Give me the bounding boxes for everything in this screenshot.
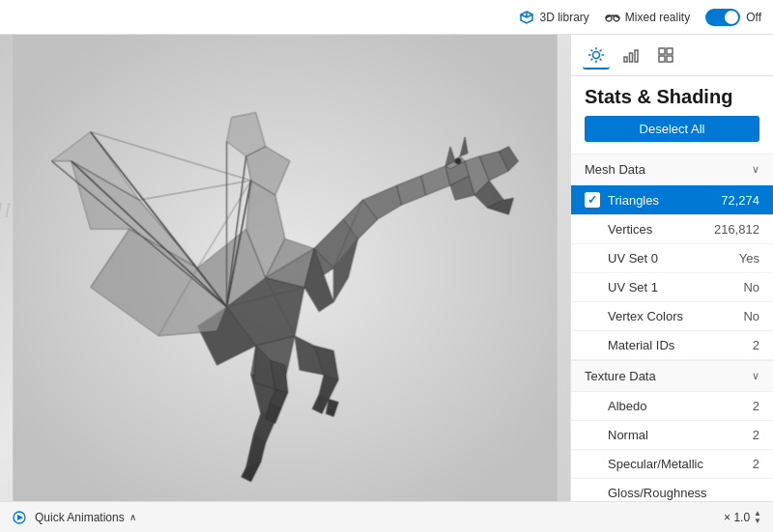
panel-title: Stats & Shading <box>571 76 773 116</box>
scale-arrows[interactable]: ▲ ▼ <box>754 510 761 525</box>
uv-set-0-label: UV Set 0 <box>585 251 739 266</box>
svg-rect-79 <box>624 57 627 62</box>
specular-metallic-label: Specular/Metallic <box>585 457 753 471</box>
quick-animations-label: Quick Animations <box>35 511 125 524</box>
vertex-colors-value: No <box>743 309 759 323</box>
svg-point-70 <box>593 52 600 59</box>
scale-value: × 1.0 <box>724 511 750 524</box>
uv-set-1-value: No <box>743 280 759 294</box>
specular-metallic-value: 2 <box>753 457 759 471</box>
mixed-reality-toggle[interactable] <box>705 9 740 26</box>
gloss-roughness-label: Gloss/Roughness <box>585 486 759 500</box>
3d-library-button[interactable]: 3D library <box>519 10 588 25</box>
albedo-value: 2 <box>753 399 759 413</box>
vertices-value: 216,812 <box>714 222 759 237</box>
check-mark: ✓ <box>587 193 597 207</box>
svg-rect-83 <box>667 48 673 54</box>
uv-set-1-label: UV Set 1 <box>585 280 743 294</box>
uv-set-0-row: UV Set 0 Yes <box>571 244 773 273</box>
normal-label: Normal <box>585 428 753 442</box>
svg-rect-82 <box>659 48 665 54</box>
cube-icon <box>519 10 534 25</box>
viewport: IIIIIne IIIIIne IIIIIne IIIIIne IIIIIne … <box>0 35 570 501</box>
triangles-row[interactable]: ✓ Triangles 72,274 <box>571 185 773 215</box>
texture-data-section-header[interactable]: Texture Data ∨ <box>571 360 773 392</box>
animation-icon <box>12 510 27 525</box>
svg-rect-80 <box>630 53 633 62</box>
mixed-reality-button[interactable]: Mixed reality <box>605 10 690 25</box>
specular-metallic-row: Specular/Metallic 2 <box>571 450 773 479</box>
3d-library-label: 3D library <box>539 11 588 24</box>
material-ids-row: Material IDs 2 <box>571 331 773 360</box>
triangles-value: 72,274 <box>721 193 759 208</box>
dragon-wireframe <box>0 35 570 501</box>
triangles-checkbox[interactable]: ✓ <box>585 192 600 208</box>
quick-animations-control[interactable]: Quick Animations ∧ <box>35 511 136 524</box>
chart-icon <box>622 46 640 64</box>
quick-animations-chevron: ∧ <box>129 512 136 522</box>
albedo-row: Albedo 2 <box>571 392 773 421</box>
normal-row: Normal 2 <box>571 421 773 450</box>
material-ids-label: Material IDs <box>585 338 753 352</box>
tab-grid[interactable] <box>652 42 679 70</box>
triangles-label: Triangles <box>608 193 721 208</box>
sun-icon <box>587 46 605 64</box>
texture-data-label: Texture Data <box>585 369 656 383</box>
svg-point-24 <box>455 158 461 164</box>
svg-line-75 <box>591 50 593 52</box>
vertices-row: Vertices 216,812 <box>571 215 773 244</box>
tab-stats-shading[interactable] <box>583 42 610 70</box>
right-panel: Stats & Shading Deselect All Mesh Data ∨… <box>570 35 773 501</box>
mesh-data-section-header[interactable]: Mesh Data ∨ <box>571 154 773 185</box>
svg-line-78 <box>591 59 593 61</box>
texture-data-chevron: ∨ <box>752 370 759 382</box>
panel-tabs <box>571 35 773 76</box>
vertex-colors-label: Vertex Colors <box>585 309 743 323</box>
gloss-roughness-row: Gloss/Roughness <box>571 479 773 501</box>
bottom-bar: Quick Animations ∧ × 1.0 ▲ ▼ <box>0 501 773 532</box>
svg-rect-85 <box>667 56 673 62</box>
mesh-data-label: Mesh Data <box>585 162 645 177</box>
scale-control[interactable]: × 1.0 ▲ ▼ <box>724 510 761 525</box>
toggle-container: Off <box>705 9 761 26</box>
normal-value: 2 <box>753 428 759 442</box>
vertex-colors-row: Vertex Colors No <box>571 302 773 331</box>
albedo-label: Albedo <box>585 399 753 413</box>
uv-set-1-row: UV Set 1 No <box>571 273 773 302</box>
deselect-all-button[interactable]: Deselect All <box>585 116 759 142</box>
mesh-data-chevron: ∨ <box>752 163 759 176</box>
grid-icon <box>657 46 674 64</box>
tab-chart[interactable] <box>617 42 644 70</box>
mixed-reality-icon <box>605 10 620 25</box>
svg-line-76 <box>600 59 602 61</box>
svg-rect-84 <box>659 56 665 62</box>
svg-marker-87 <box>17 515 23 520</box>
uv-set-0-value: Yes <box>739 251 759 266</box>
material-ids-value: 2 <box>753 338 759 352</box>
top-bar: 3D library Mixed reality Off <box>0 0 773 35</box>
scale-down-arrow[interactable]: ▼ <box>754 518 761 525</box>
toggle-off-label: Off <box>746 11 761 24</box>
dragon-viewport[interactable] <box>0 35 570 501</box>
mixed-reality-label: Mixed reality <box>625 11 690 24</box>
svg-line-77 <box>600 50 602 52</box>
main-content: IIIIIne IIIIIne IIIIIne IIIIIne IIIIIne … <box>0 35 773 501</box>
vertices-label: Vertices <box>585 222 714 237</box>
svg-rect-81 <box>635 50 638 62</box>
